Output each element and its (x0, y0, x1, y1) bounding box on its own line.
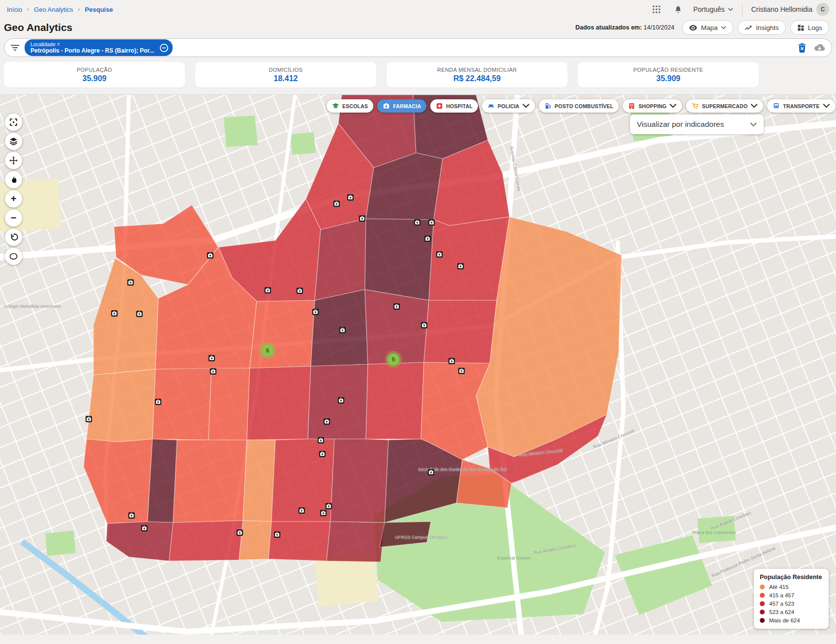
pharmacy-cluster-marker[interactable]: 5 (259, 342, 276, 359)
pharmacy-marker[interactable] (436, 251, 443, 258)
pharmacy-marker[interactable] (128, 512, 135, 519)
pharmacy-marker[interactable] (414, 219, 421, 226)
poi-toggle-shopping[interactable]: SHOPPING (623, 99, 682, 113)
pharmacy-marker[interactable] (424, 235, 431, 242)
apps-grid-icon[interactable] (650, 3, 663, 16)
stat-value: 35.909 (83, 74, 107, 83)
breadcrumb-inicio[interactable]: Início (7, 6, 22, 13)
mall-building-icon (628, 102, 635, 110)
pharmacy-cluster-marker[interactable]: 5 (385, 351, 402, 368)
choropleth-polygon[interactable] (366, 362, 424, 439)
choropleth-polygon[interactable] (239, 521, 271, 560)
pharmacy-marker[interactable] (458, 367, 465, 375)
language-selector[interactable]: Português (693, 5, 733, 13)
user-menu[interactable]: Cristiano Hellomidia C (751, 3, 830, 16)
pharmacy-marker[interactable] (136, 310, 143, 318)
poi-toggle-policia[interactable]: POLICIA (482, 99, 535, 113)
pharmacy-marker[interactable] (428, 219, 435, 226)
poi-toggle-escolas[interactable]: ESCOLAS (327, 99, 373, 113)
insights-view-button[interactable]: Insights (738, 20, 786, 35)
map-control-zoom-out[interactable]: − (5, 209, 22, 227)
pharmacy-marker[interactable] (312, 308, 319, 316)
pharmacy-marker[interactable] (273, 531, 281, 538)
choropleth-polygon[interactable] (330, 439, 388, 523)
pharmacy-marker[interactable] (323, 418, 330, 425)
choropleth-polygon[interactable] (169, 521, 243, 561)
park-label: Praça dos Cataventos (692, 530, 736, 535)
pharmacy-marker[interactable] (154, 398, 162, 406)
pharmacy-marker[interactable] (298, 507, 305, 514)
poi-toggle-transporte[interactable]: TRANSPORTE (767, 99, 835, 113)
choropleth-polygon[interactable] (87, 369, 155, 442)
choropleth-polygon[interactable] (429, 217, 509, 300)
choropleth-polygon[interactable] (424, 300, 497, 363)
pharmacy-marker[interactable] (141, 525, 148, 532)
choropleth-polygon[interactable] (148, 439, 177, 523)
pharmacy-marker[interactable] (337, 397, 345, 404)
pharmacy-marker[interactable] (264, 287, 271, 294)
pharmacy-marker[interactable] (111, 310, 118, 317)
breadcrumb-pesquise[interactable]: Pesquise (85, 6, 113, 13)
choropleth-polygon[interactable] (365, 219, 434, 300)
choropleth-polygon[interactable] (315, 219, 366, 300)
avatar[interactable]: C (816, 3, 829, 16)
pharmacy-marker[interactable] (347, 194, 354, 201)
park-area (290, 132, 316, 155)
choropleth-polygon[interactable] (209, 368, 250, 440)
map-control-layers[interactable] (5, 133, 22, 150)
choropleth-polygon[interactable] (106, 522, 173, 561)
poi-toggle-posto-combustivel[interactable]: POSTO COMBUSTÍVEL (539, 99, 619, 113)
pharmacy-marker[interactable] (208, 354, 215, 362)
stat-card-domicilios: DOMICÍLIOS18.412 (195, 62, 376, 88)
map-control-heatmap[interactable] (5, 171, 22, 188)
poi-toggle-label: FARMACIA (393, 103, 421, 109)
pharmacy-marker[interactable] (296, 287, 303, 294)
pharmacy-marker[interactable] (127, 279, 134, 286)
pharmacy-marker[interactable] (448, 357, 455, 365)
map-control-draw-circle[interactable] (5, 248, 22, 265)
choropleth-polygon[interactable] (247, 366, 311, 440)
pharmacy-marker[interactable] (85, 415, 92, 423)
poi-toggle-farmacia[interactable]: FARMACIA (377, 99, 426, 113)
choropleth-polygon[interactable] (327, 522, 385, 562)
pharmacy-marker[interactable] (393, 303, 400, 310)
choropleth-polygon[interactable] (250, 300, 315, 368)
notifications-bell-icon[interactable] (672, 3, 685, 16)
pharmacy-marker[interactable] (319, 450, 326, 458)
pharmacy-marker[interactable] (236, 529, 243, 536)
indicator-select[interactable]: Visualizar por indicadores (630, 115, 764, 134)
pharmacy-marker[interactable] (457, 263, 464, 270)
pharmacy-marker[interactable] (209, 368, 217, 375)
filter-list-icon[interactable] (10, 44, 20, 52)
pharmacy-marker[interactable] (358, 215, 366, 222)
mapa-view-button[interactable]: Mapa (682, 20, 733, 35)
pharmacy-marker[interactable] (317, 437, 325, 444)
choropleth-polygon[interactable] (173, 440, 247, 523)
logs-view-button[interactable]: Logs (790, 20, 829, 35)
poi-toggle-hospital[interactable]: HOSPITAL (430, 99, 478, 113)
pharmacy-marker[interactable] (207, 252, 214, 259)
pharmacy-marker[interactable] (420, 322, 428, 329)
map-control-fullscreen[interactable] (5, 114, 22, 131)
choropleth-polygon[interactable] (243, 440, 275, 522)
street-label: Colégio Metodista Americano (3, 304, 61, 309)
map-control-undo[interactable] (5, 229, 22, 246)
pharmacy-marker[interactable] (320, 509, 327, 517)
pharmacy-marker[interactable] (333, 200, 340, 207)
map-canvas[interactable]: Avenida Carlos GomesRua Winston Churchil… (0, 94, 836, 635)
pharmacy-marker[interactable] (325, 502, 332, 510)
breadcrumb-geo-analytics[interactable]: Geo Analytics (34, 6, 73, 13)
data-updated-label: Dados atualizados em: (575, 24, 642, 31)
choropleth-polygon[interactable] (269, 522, 330, 561)
poi-toggle-supermercado[interactable]: SUPERMERCADO (686, 99, 763, 113)
choropleth-layer[interactable] (0, 95, 836, 635)
delete-filters-trash-icon[interactable] (798, 43, 806, 53)
filter-chip-localidade[interactable]: Localidade = Petrópolis - Porto Alegre -… (25, 39, 173, 56)
download-cloud-icon[interactable] (813, 43, 826, 52)
choropleth-polygon[interactable] (84, 439, 152, 524)
remove-filter-minus-icon[interactable] (159, 43, 169, 53)
pharmacy-marker[interactable] (427, 468, 435, 476)
pharmacy-marker[interactable] (339, 326, 346, 334)
map-control-zoom-in[interactable]: + (5, 190, 22, 207)
map-control-pan[interactable] (5, 152, 22, 169)
